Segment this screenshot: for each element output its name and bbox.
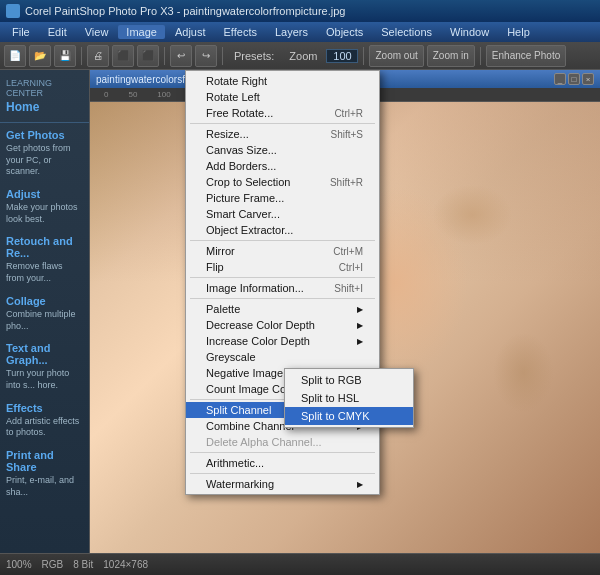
menu-decrease-color[interactable]: Decrease Color Depth ▶ bbox=[186, 317, 379, 333]
panel-home-title: Home bbox=[6, 100, 83, 114]
menu-canvas-size[interactable]: Canvas Size... bbox=[186, 142, 379, 158]
panel-text[interactable]: Text and Graph... Turn your photo into s… bbox=[0, 338, 89, 395]
menu-rotate-right[interactable]: Rotate Right bbox=[186, 73, 379, 89]
sep1 bbox=[81, 47, 82, 65]
menu-file[interactable]: File bbox=[4, 25, 38, 39]
menu-flip[interactable]: Flip Ctrl+I bbox=[186, 259, 379, 275]
zoom-label: Zoom bbox=[283, 50, 323, 62]
content-area: paintingwatercolorsfrompicture.jpg @ 100… bbox=[90, 70, 600, 553]
panel-adjust[interactable]: Adjust Make your photos look best. bbox=[0, 184, 89, 229]
menu-add-borders[interactable]: Add Borders... bbox=[186, 158, 379, 174]
submenu-split-rgb[interactable]: Split to RGB bbox=[285, 371, 413, 389]
new-btn[interactable]: 📄 bbox=[4, 45, 26, 67]
panel-adjust-title: Adjust bbox=[6, 188, 83, 200]
paste-btn[interactable]: ⬛ bbox=[137, 45, 159, 67]
menu-window[interactable]: Window bbox=[442, 25, 497, 39]
panel-get-photos-desc: Get photos from your PC, or scanner. bbox=[6, 143, 83, 178]
panel-text-title: Text and Graph... bbox=[6, 342, 83, 366]
panel-retouch-title: Retouch and Re... bbox=[6, 235, 83, 259]
menu-objects[interactable]: Objects bbox=[318, 25, 371, 39]
panel-collage-desc: Combine multiple pho... bbox=[6, 309, 83, 332]
panel-text-desc: Turn your photo into s... hore. bbox=[6, 368, 83, 391]
window-controls: _ □ × bbox=[554, 73, 594, 85]
menu-effects[interactable]: Effects bbox=[216, 25, 265, 39]
menu-delete-alpha: Delete Alpha Channel... bbox=[186, 434, 379, 450]
title-bar: Corel PaintShop Photo Pro X3 - paintingw… bbox=[0, 0, 600, 22]
left-panel: Learning Center Home Get Photos Get phot… bbox=[0, 70, 90, 553]
sep4 bbox=[363, 47, 364, 65]
panel-effects[interactable]: Effects Add artistic effects to photos. bbox=[0, 398, 89, 443]
open-btn[interactable]: 📂 bbox=[29, 45, 51, 67]
menu-object-extractor[interactable]: Object Extractor... bbox=[186, 222, 379, 238]
sep3 bbox=[222, 47, 223, 65]
sep2 bbox=[164, 47, 165, 65]
panel-adjust-desc: Make your photos look best. bbox=[6, 202, 83, 225]
separator-3 bbox=[190, 277, 375, 278]
status-colormode: RGB bbox=[42, 559, 64, 570]
split-channel-submenu: Split to RGB Split to HSL Split to CMYK bbox=[284, 368, 414, 428]
win-close[interactable]: × bbox=[582, 73, 594, 85]
sep5 bbox=[480, 47, 481, 65]
panel-retouch[interactable]: Retouch and Re... Remove flaws from your… bbox=[0, 231, 89, 288]
enhance-photo-btn[interactable]: Enhance Photo bbox=[486, 45, 566, 67]
redo-btn[interactable]: ↪ bbox=[195, 45, 217, 67]
status-bitdepth: 8 Bit bbox=[73, 559, 93, 570]
menu-layers[interactable]: Layers bbox=[267, 25, 316, 39]
separator-7 bbox=[190, 473, 375, 474]
menu-arithmetic[interactable]: Arithmetic... bbox=[186, 455, 379, 471]
toolbar: 📄 📂 💾 🖨 ⬛ ⬛ ↩ ↪ Presets: Zoom 100 Zoom o… bbox=[0, 42, 600, 70]
status-bar: 100% RGB 8 Bit 1024×768 bbox=[0, 553, 600, 575]
panel-get-photos[interactable]: Get Photos Get photos from your PC, or s… bbox=[0, 125, 89, 182]
presets-label: Presets: bbox=[228, 50, 280, 62]
separator-6 bbox=[190, 452, 375, 453]
menu-bar: File Edit View Image Adjust Effects Laye… bbox=[0, 22, 600, 42]
win-minimize[interactable]: _ bbox=[554, 73, 566, 85]
menu-palette[interactable]: Palette ▶ bbox=[186, 301, 379, 317]
menu-increase-color[interactable]: Increase Color Depth ▶ bbox=[186, 333, 379, 349]
menu-help[interactable]: Help bbox=[499, 25, 538, 39]
separator-2 bbox=[190, 240, 375, 241]
main-area: Learning Center Home Get Photos Get phot… bbox=[0, 70, 600, 553]
panel-effects-title: Effects bbox=[6, 402, 83, 414]
menu-resize[interactable]: Resize... Shift+S bbox=[186, 126, 379, 142]
panel-collage[interactable]: Collage Combine multiple pho... bbox=[0, 291, 89, 336]
panel-get-photos-title: Get Photos bbox=[6, 129, 83, 141]
separator-1 bbox=[190, 123, 375, 124]
menu-edit[interactable]: Edit bbox=[40, 25, 75, 39]
zoom-out-btn[interactable]: Zoom out bbox=[369, 45, 423, 67]
menu-adjust[interactable]: Adjust bbox=[167, 25, 214, 39]
menu-image-info[interactable]: Image Information... Shift+I bbox=[186, 280, 379, 296]
print-btn[interactable]: 🖨 bbox=[87, 45, 109, 67]
menu-greyscale[interactable]: Greyscale bbox=[186, 349, 379, 365]
panel-learning: Learning Center Home bbox=[0, 74, 89, 120]
panel-collage-title: Collage bbox=[6, 295, 83, 307]
menu-mirror[interactable]: Mirror Ctrl+M bbox=[186, 243, 379, 259]
save-btn[interactable]: 💾 bbox=[54, 45, 76, 67]
menu-selections[interactable]: Selections bbox=[373, 25, 440, 39]
panel-print-desc: Print, e-mail, and sha... bbox=[6, 475, 83, 498]
panel-print-share[interactable]: Print and Share Print, e-mail, and sha..… bbox=[0, 445, 89, 502]
panel-print-title: Print and Share bbox=[6, 449, 83, 473]
status-zoom: 100% bbox=[6, 559, 32, 570]
menu-crop-to-sel[interactable]: Crop to Selection Shift+R bbox=[186, 174, 379, 190]
panel-retouch-desc: Remove flaws from your... bbox=[6, 261, 83, 284]
undo-btn[interactable]: ↩ bbox=[170, 45, 192, 67]
menu-rotate-left[interactable]: Rotate Left bbox=[186, 89, 379, 105]
menu-watermarking[interactable]: Watermarking ▶ bbox=[186, 476, 379, 492]
zoom-in-btn[interactable]: Zoom in bbox=[427, 45, 475, 67]
submenu-split-hsl[interactable]: Split to HSL bbox=[285, 389, 413, 407]
menu-picture-frame[interactable]: Picture Frame... bbox=[186, 190, 379, 206]
separator-4 bbox=[190, 298, 375, 299]
zoom-value[interactable]: 100 bbox=[326, 49, 358, 63]
menu-smart-carver[interactable]: Smart Carver... bbox=[186, 206, 379, 222]
image-dropdown-menu: Rotate Right Rotate Left Free Rotate... … bbox=[185, 70, 380, 495]
win-maximize[interactable]: □ bbox=[568, 73, 580, 85]
menu-image[interactable]: Image bbox=[118, 25, 165, 39]
copy-btn[interactable]: ⬛ bbox=[112, 45, 134, 67]
menu-view[interactable]: View bbox=[77, 25, 117, 39]
submenu-split-cmyk[interactable]: Split to CMYK bbox=[285, 407, 413, 425]
panel-effects-desc: Add artistic effects to photos. bbox=[6, 416, 83, 439]
menu-free-rotate[interactable]: Free Rotate... Ctrl+R bbox=[186, 105, 379, 121]
app-icon bbox=[6, 4, 20, 18]
status-dimensions: 1024×768 bbox=[103, 559, 148, 570]
